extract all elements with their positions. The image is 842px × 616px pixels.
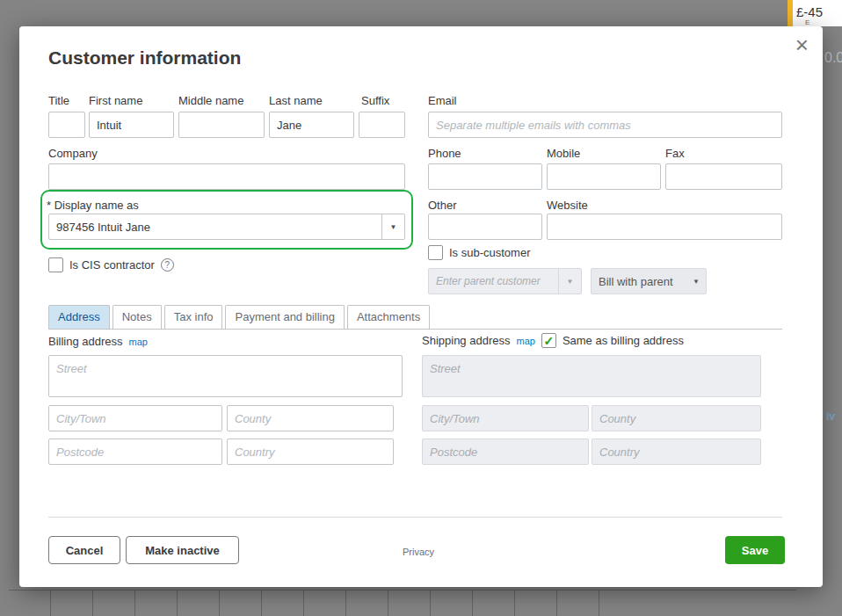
sub-customer-label: Is sub-customer bbox=[449, 246, 530, 259]
bill-with-parent-select: Bill with parent ▼ bbox=[591, 268, 707, 294]
cis-contractor-checkbox[interactable] bbox=[48, 257, 63, 272]
shipping-street-field bbox=[422, 355, 761, 397]
display-name-dropdown-button[interactable]: ▼ bbox=[381, 214, 404, 239]
cancel-button[interactable]: Cancel bbox=[48, 536, 120, 564]
fax-label: Fax bbox=[665, 147, 685, 160]
backdrop-amount-cell: £-45 E bbox=[788, 0, 842, 26]
shipping-address-label: Shipping address bbox=[422, 334, 510, 347]
phone-label: Phone bbox=[428, 147, 461, 160]
last-name-field[interactable] bbox=[269, 112, 354, 138]
display-name-select[interactable]: 987456 Intuit Jane ▼ bbox=[48, 214, 405, 240]
tab-tax-info[interactable]: Tax info bbox=[164, 305, 223, 329]
tab-payment-and-billing[interactable]: Payment and billing bbox=[225, 305, 344, 329]
shipping-city-field bbox=[422, 405, 589, 431]
phone-field[interactable] bbox=[428, 163, 542, 190]
help-icon[interactable]: ? bbox=[161, 258, 174, 272]
fax-field[interactable] bbox=[665, 163, 782, 190]
email-field[interactable] bbox=[428, 112, 782, 138]
middle-name-field[interactable] bbox=[178, 112, 265, 138]
chevron-down-icon: ▼ bbox=[693, 278, 700, 286]
tab-address[interactable]: Address bbox=[48, 305, 110, 329]
shipping-map-link[interactable]: map bbox=[516, 336, 534, 346]
billing-city-field[interactable] bbox=[48, 405, 222, 431]
other-label: Other bbox=[428, 199, 457, 212]
customer-information-dialog: Customer information × Title First name … bbox=[19, 26, 823, 587]
dialog-tabs: Address Notes Tax info Payment and billi… bbox=[48, 306, 782, 330]
mobile-label: Mobile bbox=[547, 147, 580, 160]
chevron-down-icon: ▼ bbox=[390, 223, 397, 231]
billing-street-field[interactable] bbox=[48, 355, 403, 397]
website-label: Website bbox=[547, 199, 588, 212]
billing-country-field[interactable] bbox=[227, 438, 394, 465]
middle-name-label: Middle name bbox=[178, 94, 243, 107]
billing-postcode-field[interactable] bbox=[48, 438, 222, 465]
bill-with-parent-dropdown-button: ▼ bbox=[686, 269, 706, 294]
parent-customer-placeholder: Enter parent customer bbox=[429, 275, 558, 287]
privacy-link[interactable]: Privacy bbox=[403, 547, 434, 557]
backdrop-amount: £-45 bbox=[796, 4, 823, 19]
chevron-down-icon: ▼ bbox=[567, 278, 574, 286]
display-name-value: 987456 Intuit Jane bbox=[49, 221, 381, 234]
first-name-label: First name bbox=[89, 94, 142, 107]
billing-address-header: Billing address map bbox=[48, 335, 148, 348]
sub-customer-checkbox[interactable] bbox=[428, 245, 443, 260]
company-field[interactable] bbox=[48, 163, 405, 190]
other-field[interactable] bbox=[428, 214, 542, 240]
display-name-label: * Display name as bbox=[47, 199, 139, 212]
cis-contractor-row: Is CIS contractor ? bbox=[48, 257, 174, 272]
billing-map-link[interactable]: map bbox=[129, 337, 148, 347]
cis-contractor-label: Is CIS contractor bbox=[69, 258, 155, 272]
save-button[interactable]: Save bbox=[725, 536, 785, 564]
mobile-field[interactable] bbox=[547, 163, 661, 190]
backdrop-amount-right: 0.0 bbox=[824, 50, 842, 66]
backdrop-amount-sub: E bbox=[805, 18, 810, 26]
checkmark-icon: ✓ bbox=[544, 335, 555, 347]
make-inactive-button[interactable]: Make inactive bbox=[126, 536, 239, 564]
company-label: Company bbox=[48, 147, 98, 160]
website-field[interactable] bbox=[547, 214, 782, 240]
same-as-billing-checkbox[interactable]: ✓ bbox=[541, 333, 556, 348]
sub-customer-row: Is sub-customer bbox=[428, 245, 530, 260]
transaction-status-bar bbox=[788, 0, 793, 26]
parent-customer-select: Enter parent customer ▼ bbox=[428, 268, 582, 294]
tab-notes[interactable]: Notes bbox=[113, 305, 162, 329]
same-as-billing-label: Same as billing address bbox=[563, 334, 684, 347]
required-asterisk: * bbox=[47, 199, 51, 212]
title-label: Title bbox=[48, 94, 69, 107]
suffix-label: Suffix bbox=[361, 94, 389, 107]
tab-attachments[interactable]: Attachments bbox=[347, 305, 430, 329]
email-label: Email bbox=[428, 94, 457, 107]
footer-divider bbox=[48, 517, 782, 518]
dialog-title: Customer information bbox=[48, 47, 241, 69]
billing-address-label: Billing address bbox=[48, 335, 123, 348]
shipping-address-header: Shipping address map ✓ Same as billing a… bbox=[422, 333, 684, 348]
screen: £-45 E 0.0 iv Customer information × Tit… bbox=[0, 0, 842, 616]
close-icon[interactable]: × bbox=[795, 33, 809, 56]
bill-with-parent-value: Bill with parent bbox=[592, 275, 686, 288]
first-name-field[interactable] bbox=[89, 112, 174, 138]
parent-customer-dropdown-button: ▼ bbox=[558, 269, 581, 294]
billing-county-field[interactable] bbox=[227, 405, 394, 431]
suffix-field[interactable] bbox=[359, 112, 405, 138]
title-field[interactable] bbox=[48, 112, 85, 138]
shipping-country-field bbox=[592, 438, 761, 465]
last-name-label: Last name bbox=[269, 94, 323, 107]
backdrop-text-fragment: iv bbox=[826, 410, 835, 423]
shipping-county-field bbox=[592, 405, 761, 431]
shipping-postcode-field bbox=[422, 438, 589, 465]
